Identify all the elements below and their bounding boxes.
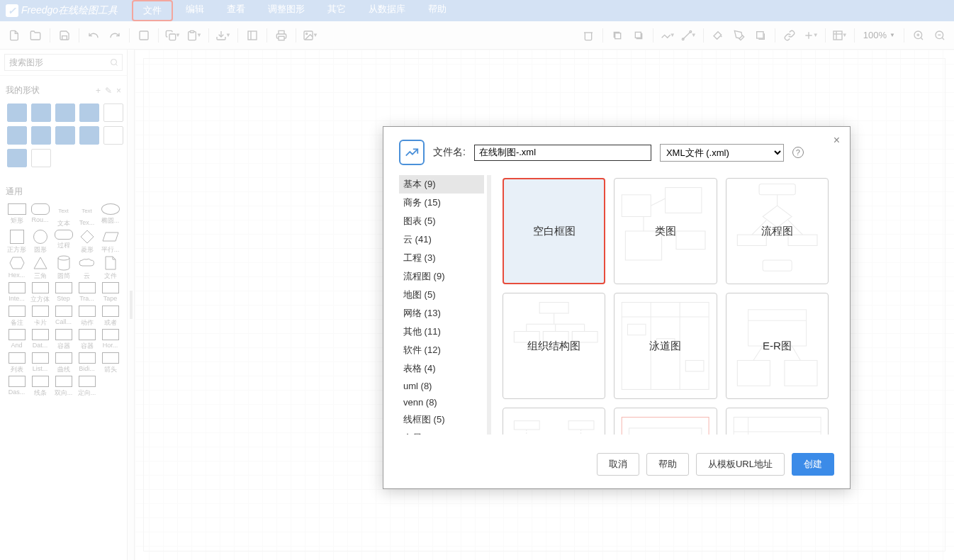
general-shape-item[interactable]: 容器	[76, 329, 98, 351]
general-shape-item[interactable]: Dat...	[29, 329, 51, 351]
general-shape-item[interactable]: 三角	[29, 256, 51, 281]
zoom-out-button[interactable]	[930, 26, 950, 45]
copy-button[interactable]: ▼	[163, 26, 183, 45]
general-shape-item[interactable]: 容器	[52, 329, 74, 351]
general-shape-item[interactable]: Text文本	[52, 203, 74, 228]
general-shape-item[interactable]: 椭圆...	[99, 203, 121, 228]
general-shape-item[interactable]: Step	[52, 282, 74, 304]
zoom-in-button[interactable]	[909, 26, 928, 45]
connector-button[interactable]: ▼	[658, 26, 678, 45]
create-button[interactable]: 创建	[792, 453, 834, 476]
fill-color-button[interactable]	[708, 26, 728, 45]
general-shape-item[interactable]: Rou...	[29, 203, 51, 228]
category-item[interactable]: 商务 (15)	[399, 194, 484, 212]
myshape-item[interactable]	[30, 125, 52, 146]
category-item[interactable]: 基本 (9)	[399, 175, 484, 194]
menu-item-2[interactable]: 查看	[217, 0, 255, 21]
myshape-item[interactable]	[30, 102, 52, 123]
menu-item-5[interactable]: 从数据库	[359, 0, 415, 21]
general-shape-item[interactable]: Inte...	[6, 282, 28, 304]
category-item[interactable]: 表格 (4)	[399, 359, 484, 378]
myshape-item[interactable]	[78, 125, 101, 146]
category-item[interactable]: 线框图 (5)	[399, 410, 484, 429]
general-shape-item[interactable]: 或者	[99, 306, 121, 327]
myshape-item[interactable]	[102, 125, 125, 146]
category-item[interactable]: 网络 (13)	[399, 304, 484, 323]
general-shape-item[interactable]: List...	[29, 352, 51, 374]
myshape-item[interactable]	[6, 102, 28, 123]
general-shape-item[interactable]: 列表	[6, 352, 28, 374]
close-shape-icon[interactable]: ×	[116, 86, 121, 96]
from-url-button[interactable]: 从模板URL地址	[696, 453, 785, 476]
general-shape-item[interactable]: 圆筒	[52, 256, 74, 281]
help-button[interactable]: 帮助	[646, 453, 689, 476]
open-file-button[interactable]	[26, 26, 45, 45]
general-shape-item[interactable]: 双向...	[52, 376, 74, 398]
menu-item-6[interactable]: 帮助	[418, 0, 456, 21]
new-file-button[interactable]	[4, 26, 24, 45]
general-shape-item[interactable]: Tape	[99, 282, 121, 304]
general-shape-item[interactable]: Hex...	[6, 256, 28, 281]
myshape-item[interactable]	[78, 102, 101, 123]
save-button[interactable]	[55, 26, 74, 45]
template-card[interactable]: E-R图	[726, 293, 829, 399]
menu-item-1[interactable]: 编辑	[176, 0, 214, 21]
menu-item-4[interactable]: 其它	[318, 0, 356, 21]
general-shape-item[interactable]: 线条	[29, 376, 51, 398]
category-item[interactable]: 工程 (3)	[399, 249, 484, 267]
redo-button[interactable]	[105, 26, 125, 45]
image-button[interactable]: ▼	[301, 26, 320, 45]
general-shape-item[interactable]: Das...	[6, 376, 28, 398]
general-shape-item[interactable]: 曲线	[52, 352, 74, 374]
edit-shape-icon[interactable]: ✎	[105, 86, 112, 96]
template-card[interactable]: 空白框图	[503, 178, 605, 284]
general-shape-item[interactable]: 正方形	[6, 230, 28, 254]
filename-input[interactable]	[474, 145, 651, 161]
myshape-item[interactable]	[6, 125, 28, 146]
menu-item-0[interactable]: 文件	[132, 0, 173, 21]
add-shape-icon[interactable]: +	[96, 86, 101, 96]
back-button[interactable]	[629, 26, 649, 45]
shadow-button[interactable]	[751, 26, 770, 45]
undo-button[interactable]	[84, 26, 103, 45]
add-button[interactable]: ▼	[801, 26, 821, 45]
general-shape-item[interactable]: 动作	[76, 306, 98, 327]
myshape-item[interactable]	[54, 125, 77, 146]
template-card[interactable]: 组织结构图	[503, 293, 605, 399]
template-card[interactable]: 泳道图	[614, 293, 717, 399]
delete-button[interactable]	[578, 26, 598, 45]
menu-item-3[interactable]: 调整图形	[258, 0, 315, 21]
export-button[interactable]: ▼	[213, 26, 233, 45]
category-item[interactable]: 云 (41)	[399, 230, 484, 249]
filetype-select[interactable]: XML文件 (.xml)	[660, 144, 784, 162]
search-input[interactable]	[4, 54, 123, 71]
myshape-item[interactable]	[6, 147, 28, 169]
general-shape-item[interactable]: 云	[76, 256, 98, 281]
waypoint-button[interactable]: ▼	[679, 26, 699, 45]
close-icon[interactable]: ×	[834, 134, 840, 147]
category-item[interactable]: 布局 (4)	[399, 429, 484, 435]
myshape-item[interactable]	[30, 147, 52, 169]
fit-button[interactable]	[242, 26, 262, 45]
general-shape-item[interactable]: Call...	[52, 306, 74, 327]
general-shape-item[interactable]: Tra...	[76, 282, 98, 304]
category-item[interactable]: 其他 (11)	[399, 323, 484, 341]
template-card[interactable]: 类图	[614, 178, 717, 284]
general-shape-item[interactable]: 备注	[6, 306, 28, 327]
zoom-display[interactable]: 100%▼	[859, 30, 899, 40]
general-shape-item[interactable]: 立方体	[29, 282, 51, 304]
template-card[interactable]: 流程图	[726, 178, 829, 284]
category-item[interactable]: venn (8)	[399, 394, 484, 410]
paste-button[interactable]: ▼	[184, 26, 204, 45]
help-icon[interactable]: ?	[792, 147, 804, 158]
print-button[interactable]	[271, 26, 291, 45]
general-shape-item[interactable]: Hor...	[99, 329, 121, 351]
general-shape-item[interactable]: TextTex...	[76, 203, 98, 228]
table-button[interactable]: ▼	[830, 26, 850, 45]
general-shape-item[interactable]: 菱形	[76, 230, 98, 254]
line-color-button[interactable]	[729, 26, 749, 45]
general-shape-item[interactable]: 箭头	[99, 352, 121, 374]
category-item[interactable]: 地图 (5)	[399, 286, 484, 304]
template-card[interactable]: 跨职能流程	[726, 408, 829, 435]
category-item[interactable]: uml (8)	[399, 378, 484, 394]
